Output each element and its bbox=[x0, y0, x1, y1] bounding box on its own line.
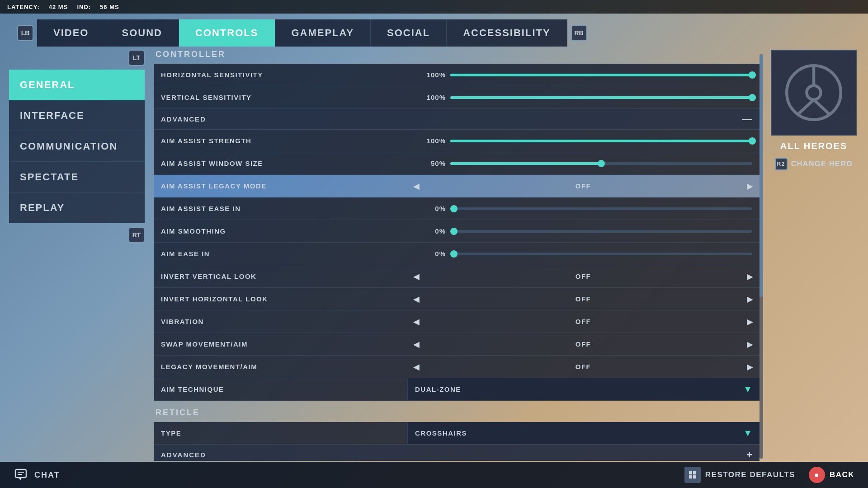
scrollbar[interactable] bbox=[760, 54, 763, 459]
value-aim-ease-in2: 0% bbox=[414, 250, 446, 258]
tab-video[interactable]: VIDEO bbox=[37, 19, 105, 47]
slider-fill-horizontal bbox=[450, 74, 752, 76]
setting-reticle-type: TYPE CROSSHAIRS ▼ bbox=[154, 422, 760, 445]
right-bumper[interactable]: RB bbox=[571, 25, 587, 41]
setting-aim-legacy-mode: AIM ASSIST LEGACY MODE ◀ OFF ▶ bbox=[154, 175, 760, 197]
rt-bumper[interactable]: RT bbox=[128, 227, 145, 243]
scroll-thumb[interactable] bbox=[760, 54, 763, 297]
setting-aim-smoothing: AIM SMOOTHING 0% bbox=[154, 220, 760, 243]
ind-value: 56 MS bbox=[100, 4, 119, 10]
slider-thumb-ease-in[interactable] bbox=[450, 205, 458, 212]
toggle-right-invert-h[interactable]: ▶ bbox=[741, 294, 760, 304]
tab-sound[interactable]: SOUND bbox=[105, 19, 179, 47]
tab-social[interactable]: SOCIAL bbox=[371, 19, 447, 47]
toggle-left-swap[interactable]: ◀ bbox=[407, 339, 426, 349]
back-button[interactable]: ● BACK bbox=[809, 467, 854, 483]
setting-aim-assist-strength: AIM ASSIST STRENGTH 100% bbox=[154, 130, 760, 152]
toggle-value-legacy: OFF bbox=[426, 182, 741, 190]
tab-controls[interactable]: CONTROLS bbox=[179, 19, 275, 47]
label-invert-horizontal: INVERT HORIZONTAL LOOK bbox=[154, 295, 407, 303]
sidebar-item-communication[interactable]: COMMUNICATION bbox=[9, 131, 145, 162]
reticle-advanced-toggle-icon[interactable]: + bbox=[746, 449, 752, 461]
setting-aim-window-size: AIM ASSIST WINDOW SIZE 50% bbox=[154, 152, 760, 175]
label-invert-vertical: INVERT VERTICAL LOOK bbox=[154, 272, 407, 280]
slider-thumb-aim-strength[interactable] bbox=[749, 137, 756, 145]
toggle-left-arrow-legacy[interactable]: ◀ bbox=[407, 181, 426, 191]
setting-swap-movement: SWAP MOVEMENT/AIM ◀ OFF ▶ bbox=[154, 333, 760, 356]
value-aim-assist-strength: 100% bbox=[414, 137, 446, 145]
setting-invert-vertical: INVERT VERTICAL LOOK ◀ OFF ▶ bbox=[154, 265, 760, 288]
toggle-right-legacy-mov[interactable]: ▶ bbox=[741, 362, 760, 372]
dropdown-reticle-type[interactable]: CROSSHAIRS ▼ bbox=[407, 422, 760, 444]
setting-aim-ease-in: AIM ASSIST EASE IN 0% bbox=[154, 197, 760, 220]
svg-line-4 bbox=[814, 100, 830, 115]
toggle-right-swap[interactable]: ▶ bbox=[741, 339, 760, 349]
slider-fill-aim-window bbox=[450, 162, 601, 165]
slider-horizontal[interactable] bbox=[450, 74, 752, 76]
advanced-header[interactable]: ADVANCED — bbox=[154, 109, 760, 130]
slider-aim-assist-strength[interactable] bbox=[450, 140, 752, 142]
chat-button[interactable]: CHAT bbox=[14, 467, 60, 483]
toggle-right-vibration[interactable]: ▶ bbox=[741, 317, 760, 327]
label-aim-smoothing: AIM SMOOTHING bbox=[161, 227, 414, 235]
setting-vibration: VIBRATION ◀ OFF ▶ bbox=[154, 310, 760, 333]
slider-thumb-vertical[interactable] bbox=[749, 94, 756, 101]
label-aim-legacy-mode: AIM ASSIST LEGACY MODE bbox=[154, 182, 407, 190]
hero-panel: ALL HEROES R2 CHANGE HERO bbox=[769, 50, 859, 170]
toggle-control-invert-horizontal: ◀ OFF ▶ bbox=[407, 294, 760, 304]
dropdown-arrow-reticle: ▼ bbox=[743, 428, 752, 438]
svg-rect-9 bbox=[689, 471, 692, 474]
restore-defaults-button[interactable]: RESTORE DEFAULTS bbox=[684, 467, 795, 483]
label-vibration: VIBRATION bbox=[154, 318, 407, 325]
toggle-left-legacy-mov[interactable]: ◀ bbox=[407, 362, 426, 372]
latency-label: LATENCY: bbox=[7, 4, 40, 10]
setting-label-horizontal: HORIZONTAL SENSITIVITY bbox=[161, 71, 414, 79]
sidebar-item-general[interactable]: GENERAL bbox=[9, 70, 145, 100]
slider-aim-ease-in[interactable] bbox=[450, 207, 752, 210]
svg-rect-10 bbox=[693, 471, 696, 474]
dropdown-aim-technique[interactable]: DUAL-ZONE ▼ bbox=[407, 378, 760, 400]
toggle-left-invert-h[interactable]: ◀ bbox=[407, 294, 426, 304]
reticle-advanced-header[interactable]: ADVANCED + bbox=[154, 445, 760, 461]
change-hero-button[interactable]: R2 CHANGE HERO bbox=[775, 158, 853, 170]
advanced-toggle-icon[interactable]: — bbox=[742, 113, 752, 125]
nav-tabs: LB VIDEO SOUND CONTROLS GAMEPLAY SOCIAL … bbox=[0, 13, 868, 53]
lt-bumper[interactable]: LT bbox=[128, 50, 145, 66]
slider-vertical[interactable] bbox=[450, 96, 752, 99]
slider-aim-window-size[interactable] bbox=[450, 162, 752, 165]
value-reticle-type: CROSSHAIRS bbox=[415, 429, 467, 437]
setting-invert-horizontal: INVERT HORIZONTAL LOOK ◀ OFF ▶ bbox=[154, 288, 760, 310]
sidebar-item-replay[interactable]: REPLAY bbox=[9, 192, 145, 223]
toggle-value-vibration: OFF bbox=[426, 318, 741, 325]
svg-rect-12 bbox=[693, 475, 696, 479]
svg-line-3 bbox=[797, 100, 814, 115]
svg-rect-5 bbox=[15, 469, 26, 478]
change-hero-label: CHANGE HERO bbox=[791, 160, 853, 168]
sidebar-item-interface[interactable]: INTERFACE bbox=[9, 100, 145, 131]
reticle-section-title: RETICLE bbox=[154, 408, 760, 418]
toggle-left-invert-v[interactable]: ◀ bbox=[407, 272, 426, 282]
bottom-right-buttons: RESTORE DEFAULTS ● BACK bbox=[684, 467, 854, 483]
slider-thumb-horizontal[interactable] bbox=[749, 71, 756, 79]
reticle-advanced-label: ADVANCED bbox=[161, 451, 206, 459]
slider-aim-ease-in2[interactable] bbox=[450, 253, 752, 255]
left-bumper[interactable]: LB bbox=[17, 25, 33, 41]
toggle-control-swap: ◀ OFF ▶ bbox=[407, 339, 760, 349]
reticle-section: RETICLE TYPE CROSSHAIRS ▼ ADVANCED + bbox=[154, 408, 760, 461]
toggle-right-arrow-legacy[interactable]: ▶ bbox=[741, 181, 760, 191]
toggle-right-invert-v[interactable]: ▶ bbox=[741, 272, 760, 282]
main-content: CONTROLLER HORIZONTAL SENSITIVITY 100% V… bbox=[154, 50, 760, 461]
dropdown-arrow-aim-technique: ▼ bbox=[743, 384, 752, 394]
slider-thumb-aim-window[interactable] bbox=[598, 160, 605, 167]
tab-accessibility[interactable]: ACCESSIBILITY bbox=[447, 19, 567, 47]
slider-aim-smoothing[interactable] bbox=[450, 230, 752, 233]
slider-thumb-smoothing[interactable] bbox=[450, 228, 458, 235]
toggle-control-invert-vertical: ◀ OFF ▶ bbox=[407, 272, 760, 282]
tab-gameplay[interactable]: GAMEPLAY bbox=[275, 19, 371, 47]
label-aim-ease-in: AIM ASSIST EASE IN bbox=[161, 205, 414, 212]
sidebar-item-spectate[interactable]: SPECTATE bbox=[9, 162, 145, 192]
restore-icon bbox=[684, 467, 701, 483]
setting-vertical-sensitivity: VERTICAL SENSITIVITY 100% bbox=[154, 86, 760, 109]
slider-thumb-ease-in2[interactable] bbox=[450, 250, 458, 258]
toggle-left-vibration[interactable]: ◀ bbox=[407, 317, 426, 327]
